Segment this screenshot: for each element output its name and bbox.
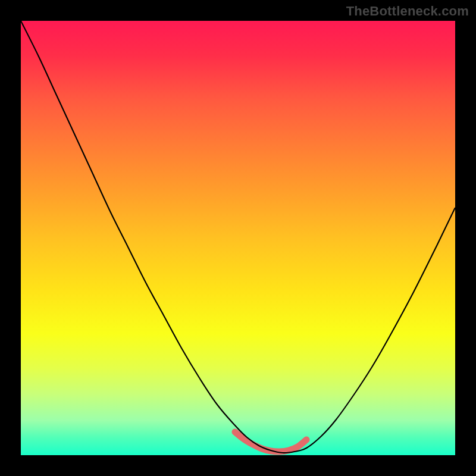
valley-highlight-path	[235, 432, 306, 452]
plot-area	[21, 21, 455, 455]
watermark-text: TheBottleneck.com	[346, 4, 469, 19]
curve-layer	[21, 21, 455, 455]
main-curve-path	[21, 21, 455, 453]
chart-frame: TheBottleneck.com	[0, 0, 476, 476]
